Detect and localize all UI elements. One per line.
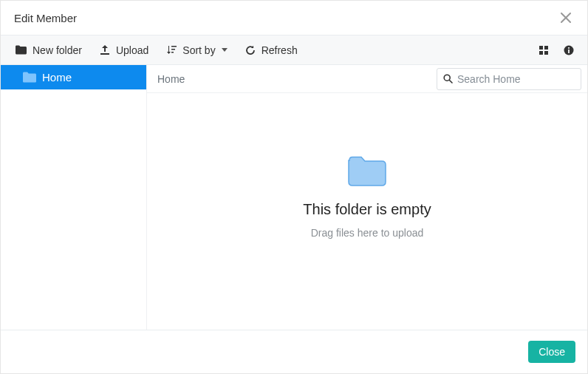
svg-line-12 xyxy=(449,80,452,83)
svg-rect-6 xyxy=(539,51,543,55)
folder-tree: Home xyxy=(1,65,147,330)
svg-rect-0 xyxy=(100,53,109,55)
svg-rect-5 xyxy=(544,46,548,50)
edit-member-dialog: Edit Member New folder Upload Sort by xyxy=(0,0,588,374)
search-box[interactable] xyxy=(437,68,581,90)
grid-view-button[interactable] xyxy=(533,41,555,60)
sort-icon xyxy=(166,45,177,55)
file-toolbar: New folder Upload Sort by Refresh xyxy=(1,35,587,65)
caret-down-icon xyxy=(222,48,228,52)
upload-icon xyxy=(100,44,110,55)
empty-state-title: This folder is empty xyxy=(303,201,431,218)
close-button[interactable]: Close xyxy=(528,341,575,363)
folder-icon xyxy=(16,45,27,55)
refresh-button[interactable]: Refresh xyxy=(238,40,305,61)
main-panel: Home This folder is empty Drag files her… xyxy=(147,65,587,330)
breadcrumb[interactable]: Home xyxy=(147,73,437,85)
refresh-icon xyxy=(245,45,256,55)
empty-folder-icon xyxy=(348,155,386,188)
svg-rect-10 xyxy=(568,47,570,49)
dialog-footer: Close xyxy=(1,330,587,373)
svg-rect-4 xyxy=(539,46,543,50)
path-row: Home xyxy=(147,65,587,93)
grid-icon xyxy=(539,45,549,55)
dialog-title: Edit Member xyxy=(14,12,77,24)
empty-state-subtitle: Drag files here to upload xyxy=(311,227,424,239)
new-folder-button[interactable]: New folder xyxy=(8,40,89,61)
info-icon xyxy=(564,45,574,55)
upload-label: Upload xyxy=(116,44,148,56)
sidebar-item-label: Home xyxy=(42,71,72,84)
svg-rect-2 xyxy=(171,49,175,50)
sort-by-button[interactable]: Sort by xyxy=(159,40,234,61)
svg-rect-3 xyxy=(171,52,174,53)
svg-rect-1 xyxy=(171,46,177,47)
upload-button[interactable]: Upload xyxy=(92,40,156,61)
close-icon[interactable] xyxy=(558,11,574,24)
content-area: Home Home This folder is empty Drag file… xyxy=(1,65,587,330)
search-input[interactable] xyxy=(457,73,587,85)
drop-zone[interactable]: This folder is empty Drag files here to … xyxy=(147,93,587,330)
svg-rect-7 xyxy=(544,51,548,55)
sidebar-item-home[interactable]: Home xyxy=(1,65,146,89)
folder-icon xyxy=(23,72,36,83)
info-button[interactable] xyxy=(558,41,580,60)
search-icon xyxy=(443,74,453,84)
new-folder-label: New folder xyxy=(33,44,82,56)
svg-rect-9 xyxy=(568,50,570,53)
refresh-label: Refresh xyxy=(261,44,298,56)
dialog-header: Edit Member xyxy=(1,1,587,35)
sort-by-label: Sort by xyxy=(182,44,215,56)
